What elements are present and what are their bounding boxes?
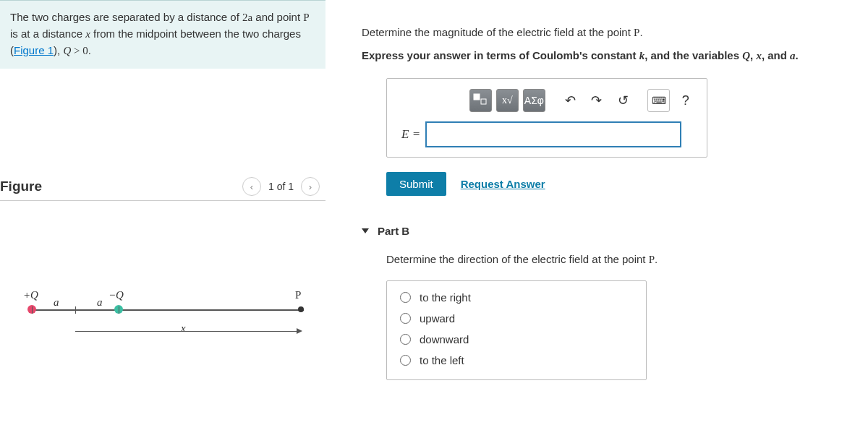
text: ), [54,44,63,56]
text: is at a distance [10,27,85,40]
option-label: upward [420,312,455,325]
math-op: > [71,45,82,56]
chevron-left-icon: ‹ [250,181,253,192]
reset-icon: ↺ [618,93,629,108]
option-label: downward [420,333,469,345]
math-2a: 2a [242,12,252,23]
part-b-prompt: Determine the direction of the electric … [386,253,861,266]
option-row[interactable]: to the right [400,291,633,304]
help-icon: ? [682,93,689,108]
svg-rect-1 [481,99,486,104]
redo-button[interactable]: ↷ [585,89,608,112]
reset-button[interactable]: ↺ [612,89,634,112]
answer-input-box: x√ ΑΣφ ↶ ↷ ↺ ⌨ ? E = [386,78,707,158]
radio-icon[interactable] [400,355,411,366]
sqrt-icon: x√ [502,95,513,106]
templates-button[interactable] [469,89,492,112]
math-x: x [85,28,90,40]
math-Q: Q [742,50,750,61]
figure-title: Figure [0,179,42,194]
option-row[interactable]: upward [400,312,633,325]
label-P: P [295,289,301,301]
greek-button[interactable]: ΑΣφ [523,89,545,112]
undo-button[interactable]: ↶ [559,89,582,112]
greek-icon: ΑΣφ [524,95,544,106]
math-Q: Q [63,45,71,56]
label-x: x [181,322,186,335]
label-plusQ: +Q [23,289,38,301]
caret-down-icon [362,228,369,233]
undo-icon: ↶ [565,93,576,108]
math-x: x [756,50,762,61]
part-b-title: Part B [378,225,409,237]
figure-diagram: +Q −Q P a a x [14,280,318,367]
label-minusQ: −Q [109,289,124,301]
templates-icon [473,93,488,108]
option-label: to the right [420,291,471,304]
problem-statement: The two charges are separated by a dista… [0,0,326,69]
part-a-prompt: Determine the magnitude of the electric … [362,26,861,39]
figure-nav-text: 1 of 1 [265,181,297,192]
submit-button[interactable]: Submit [386,172,446,196]
text: . [88,44,91,56]
part-b-toggle[interactable]: Part B [362,225,861,237]
redo-icon: ↷ [591,93,602,108]
point-p-dot [298,306,304,312]
equation-label: E = [401,127,420,142]
option-row[interactable]: downward [400,333,633,345]
sqrt-button[interactable]: x√ [496,89,519,112]
svg-rect-0 [474,94,480,100]
keyboard-icon: ⌨ [652,95,666,106]
math-P: P [649,254,655,265]
request-answer-link[interactable]: Request Answer [461,178,545,190]
help-button[interactable]: ? [674,89,697,112]
figure-prev-button[interactable]: ‹ [242,177,261,196]
text: The two charges are separated by a dista… [10,11,242,23]
part-b-options: to the right upward downward to the left [386,280,647,380]
figure-link[interactable]: Figure 1 [14,44,54,56]
math-a: a [790,50,796,61]
answer-input[interactable] [426,122,681,147]
chevron-right-icon: › [309,181,312,192]
math-0: 0 [82,45,88,56]
text: and point [252,11,303,23]
math-P: P [303,12,309,23]
figure-next-button[interactable]: › [301,177,320,196]
radio-icon[interactable] [400,313,411,324]
label-a2: a [97,296,103,309]
label-a1: a [54,296,59,309]
keyboard-button[interactable]: ⌨ [647,89,670,112]
radio-icon[interactable] [400,334,411,345]
radio-icon[interactable] [400,292,411,303]
option-label: to the left [420,354,464,366]
part-a-instruction: Express your answer in terms of Coulomb'… [362,49,861,62]
option-row[interactable]: to the left [400,354,633,366]
